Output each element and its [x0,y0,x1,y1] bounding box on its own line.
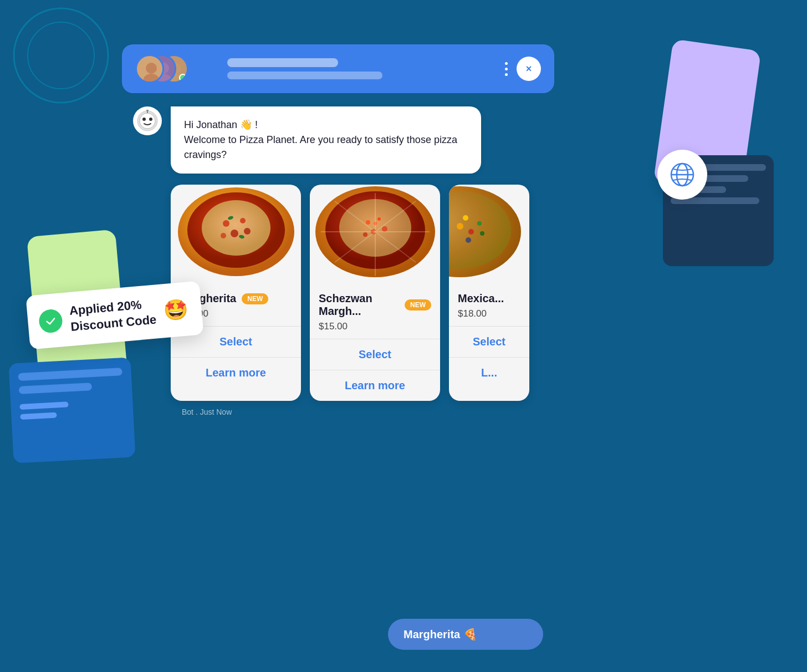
product-image-schezwan [310,185,440,284]
svg-point-43 [477,221,482,226]
product-card-mexican: Mexica... $18.00 Select L... [449,185,529,401]
chat-message-area: Hi Jonathan 👋 ! Welcome to Pizza Planet.… [122,106,554,416]
product-price-schezwan: $15.00 [319,321,431,332]
svg-point-30 [366,220,370,225]
svg-point-22 [231,230,238,237]
product-card-schezwan: Schezwan Margh... NEW $15.00 Select Lear… [310,185,440,401]
svg-point-24 [244,228,251,235]
svg-point-31 [377,217,381,221]
svg-point-45 [457,223,463,230]
select-button-schezwan[interactable]: Select [310,339,440,370]
product-name-row-mexican: Mexica... [458,292,520,305]
product-cards-row: Margherita NEW $12.00 Select Learn more [171,185,554,401]
svg-point-33 [363,232,367,237]
product-info-mexican: Mexica... $18.00 [449,284,529,319]
message-bubble: Hi Jonathan 👋 ! Welcome to Pizza Planet.… [171,106,481,174]
learn-more-button-mexican[interactable]: L... [449,358,529,388]
svg-point-46 [480,231,484,236]
chat-container: × [122,44,554,427]
header-text-area [227,58,496,79]
online-indicator [179,74,187,82]
chat-header: × [122,44,554,93]
product-price-mexican: $18.00 [458,308,520,319]
product-info-schezwan: Schezwan Margh... NEW $15.00 [310,284,440,332]
product-name-row-schezwan: Schezwan Margh... NEW [319,292,431,318]
new-badge-schezwan: NEW [405,299,431,310]
svg-point-16 [149,118,152,121]
input-bar[interactable]: Margherita 🍕 [388,619,543,650]
blue-card-line-2 [19,383,93,394]
product-image-margherita [171,185,301,284]
avatar-1 [135,54,164,83]
product-image-mexican [449,185,529,284]
product-actions-schezwan: Select Learn more [310,339,440,401]
message-text: Hi Jonathan 👋 ! Welcome to Pizza Planet.… [184,118,468,162]
svg-point-5 [146,63,157,74]
svg-point-23 [221,233,226,238]
discount-emoji: 🤩 [162,297,189,323]
product-name-schezwan: Schezwan Margh... [319,292,399,318]
globe-button[interactable] [657,150,707,200]
bot-timestamp: Bot . Just Now [182,408,554,416]
svg-point-19 [202,200,270,256]
select-button-mexican[interactable]: Select [449,327,529,358]
header-bar-bottom [227,72,382,79]
blue-card-line-4 [20,412,57,419]
product-name-mexican: Mexica... [458,292,504,305]
blue-card-line-1 [18,368,122,381]
header-actions: × [505,57,541,81]
header-bar-top [227,58,338,67]
teal-circle-decoration [11,6,111,105]
product-actions-mexican: Select L... [449,326,529,388]
blue-card-line-3 [19,401,68,410]
svg-point-42 [463,215,468,221]
svg-point-12 [140,113,155,129]
discount-text: Applied 20% Discount Code [69,296,157,335]
learn-more-button-margherita[interactable]: Learn more [171,358,301,388]
svg-point-47 [466,237,471,243]
learn-more-button-schezwan[interactable]: Learn more [310,370,440,401]
svg-point-15 [142,118,146,121]
svg-point-44 [468,229,474,235]
svg-point-20 [223,220,229,227]
discount-check-icon [38,308,64,334]
close-button[interactable]: × [517,57,541,81]
bot-avatar [133,106,162,135]
new-badge-margherita: NEW [242,293,268,304]
svg-point-0 [14,8,108,103]
avatar-group [135,54,191,83]
svg-point-34 [382,226,387,232]
bot-message-row: Hi Jonathan 👋 ! Welcome to Pizza Planet.… [133,106,554,174]
more-options-button[interactable] [505,62,508,76]
svg-point-21 [240,218,246,223]
blue-card-decoration [8,357,135,463]
svg-point-1 [28,22,94,89]
input-bar-text: Margherita 🍕 [404,628,477,641]
globe-icon [669,161,696,188]
